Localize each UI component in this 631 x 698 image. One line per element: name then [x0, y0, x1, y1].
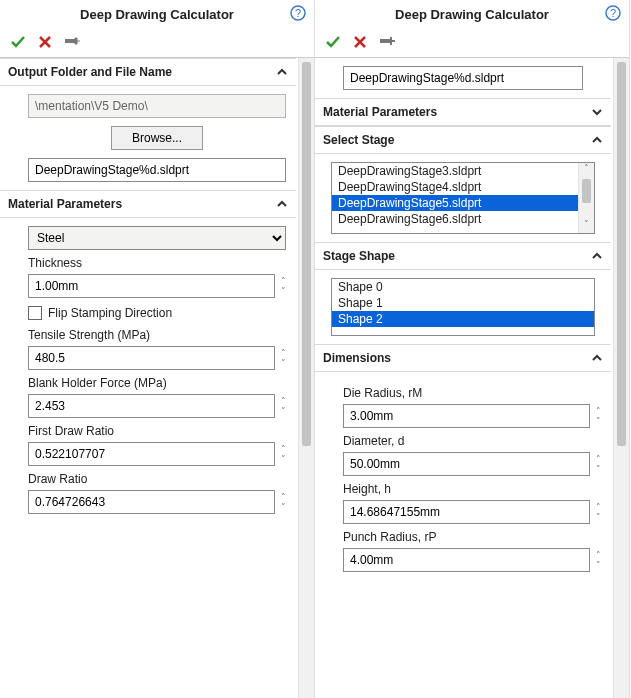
die-radius-field[interactable] [343, 404, 590, 428]
punch-radius-stepper[interactable]: ˄ ˅ [596, 551, 601, 569]
pin-icon[interactable] [64, 34, 80, 50]
svg-rect-4 [65, 39, 75, 43]
svg-text:?: ? [295, 7, 301, 19]
list-item[interactable]: DeepDrawingStage3.sldprt [332, 163, 594, 179]
chevron-down-icon[interactable]: ˅ [281, 287, 286, 295]
chevron-down-icon[interactable]: ˅ [281, 407, 286, 415]
chevron-up-icon[interactable]: ˄ [596, 455, 601, 463]
first-draw-label: First Draw Ratio [28, 424, 286, 438]
thickness-label: Thickness [28, 256, 286, 270]
chevron-up-icon[interactable]: ˄ [281, 349, 286, 357]
first-draw-field[interactable] [28, 442, 275, 466]
height-stepper[interactable]: ˄ ˅ [596, 503, 601, 521]
draw-ratio-stepper[interactable]: ˄ ˅ [281, 493, 286, 511]
chevron-up-icon[interactable]: ˄ [281, 445, 286, 453]
blank-holder-stepper[interactable]: ˄ ˅ [281, 397, 286, 415]
scrollbar[interactable] [613, 58, 629, 698]
list-item[interactable]: Shape 0 [332, 279, 594, 295]
chevron-up-icon[interactable]: ˄ [596, 551, 601, 559]
draw-ratio-label: Draw Ratio [28, 472, 286, 486]
height-field[interactable] [343, 500, 590, 524]
chevron-up-icon[interactable]: ˄ [281, 397, 286, 405]
svg-text:?: ? [610, 7, 616, 19]
chevron-down-icon[interactable]: ˅ [596, 561, 601, 569]
titlebar: Deep Drawing Calculator ? [0, 0, 314, 28]
chevron-down-icon[interactable]: ˅ [281, 503, 286, 511]
ok-icon[interactable] [10, 34, 26, 50]
tensile-field[interactable] [28, 346, 275, 370]
blank-holder-field[interactable] [28, 394, 275, 418]
chevron-up-icon[interactable]: ˄ [596, 503, 601, 511]
diameter-field[interactable] [343, 452, 590, 476]
panel-title: Deep Drawing Calculator [80, 7, 234, 22]
shape-listbox[interactable]: Shape 0 Shape 1 Shape 2 [331, 278, 595, 336]
pin-icon[interactable] [379, 34, 395, 50]
cancel-icon[interactable] [353, 35, 367, 49]
thickness-stepper[interactable]: ˄ ˅ [281, 277, 286, 295]
file-name-field[interactable] [343, 66, 583, 90]
section-header-select-stage[interactable]: Select Stage [315, 126, 611, 154]
list-item[interactable]: Shape 2 [332, 311, 594, 327]
blank-holder-label: Blank Holder Force (MPa) [28, 376, 286, 390]
file-name-field[interactable] [28, 158, 286, 182]
chevron-down-icon[interactable]: ˅ [281, 359, 286, 367]
chevron-up-icon [591, 250, 603, 262]
scrollbar[interactable] [298, 58, 314, 698]
chevron-down-icon[interactable]: ˅ [596, 465, 601, 473]
section-title: Stage Shape [323, 249, 395, 263]
section-title: Output Folder and File Name [8, 65, 172, 79]
chevron-down-icon[interactable]: ˅ [596, 417, 601, 425]
chevron-up-icon [276, 198, 288, 210]
section-header-output[interactable]: Output Folder and File Name [0, 58, 296, 86]
section-header-stage-shape[interactable]: Stage Shape [315, 242, 611, 270]
chevron-up-icon[interactable]: ˄ [579, 163, 594, 177]
punch-radius-label: Punch Radius, rP [343, 530, 601, 544]
chevron-up-icon[interactable]: ˄ [596, 407, 601, 415]
flip-checkbox-row[interactable]: Flip Stamping Direction [28, 306, 286, 320]
panel-body: Material Parameters Select Stage DeepDra… [315, 58, 629, 698]
folder-path-field[interactable] [28, 94, 286, 118]
chevron-down-icon[interactable]: ˅ [281, 455, 286, 463]
list-item[interactable]: Shape 1 [332, 295, 594, 311]
listbox-scrollbar[interactable]: ˄ ˅ [578, 163, 594, 233]
section-title: Material Parameters [8, 197, 122, 211]
browse-button[interactable]: Browse... [111, 126, 203, 150]
chevron-up-icon [591, 352, 603, 364]
section-header-dimensions[interactable]: Dimensions [315, 344, 611, 372]
chevron-up-icon[interactable]: ˄ [281, 493, 286, 501]
list-item[interactable]: DeepDrawingStage6.sldprt [332, 211, 594, 227]
die-radius-stepper[interactable]: ˄ ˅ [596, 407, 601, 425]
diameter-stepper[interactable]: ˄ ˅ [596, 455, 601, 473]
diameter-label: Diameter, d [343, 434, 601, 448]
help-icon[interactable]: ? [605, 5, 621, 21]
draw-ratio-field[interactable] [28, 490, 275, 514]
stage-listbox[interactable]: DeepDrawingStage3.sldprt DeepDrawingStag… [331, 162, 595, 234]
section-title: Select Stage [323, 133, 394, 147]
tensile-stepper[interactable]: ˄ ˅ [281, 349, 286, 367]
scroll-area[interactable]: Output Folder and File Name Browse... Ma… [0, 58, 298, 698]
cancel-icon[interactable] [38, 35, 52, 49]
svg-rect-9 [380, 39, 390, 43]
thickness-field[interactable] [28, 274, 275, 298]
chevron-down-icon[interactable]: ˅ [596, 513, 601, 521]
panel-body: Output Folder and File Name Browse... Ma… [0, 58, 314, 698]
section-header-material[interactable]: Material Parameters [0, 190, 296, 218]
first-draw-stepper[interactable]: ˄ ˅ [281, 445, 286, 463]
ok-icon[interactable] [325, 34, 341, 50]
list-item[interactable]: DeepDrawingStage5.sldprt [332, 195, 594, 211]
chevron-up-icon[interactable]: ˄ [281, 277, 286, 285]
list-item[interactable]: DeepDrawingStage4.sldprt [332, 179, 594, 195]
section-title: Dimensions [323, 351, 391, 365]
material-select[interactable]: Steel [28, 226, 286, 250]
help-icon[interactable]: ? [290, 5, 306, 21]
scroll-area[interactable]: Material Parameters Select Stage DeepDra… [315, 58, 613, 698]
section-body-dimensions: Die Radius, rM ˄ ˅ Diameter, d ˄ ˅ [315, 372, 611, 580]
toolbar [315, 28, 629, 58]
punch-radius-field[interactable] [343, 548, 590, 572]
chevron-down-icon[interactable]: ˅ [579, 219, 594, 233]
die-radius-label: Die Radius, rM [343, 386, 601, 400]
flip-checkbox[interactable] [28, 306, 42, 320]
chevron-down-icon [591, 106, 603, 118]
chevron-up-icon [591, 134, 603, 146]
section-header-material[interactable]: Material Parameters [315, 98, 611, 126]
